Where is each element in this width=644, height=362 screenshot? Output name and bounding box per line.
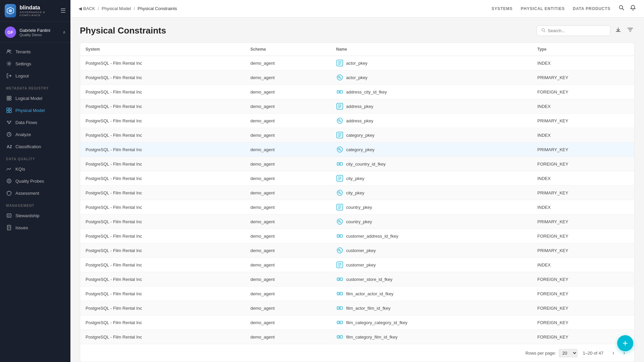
search-input[interactable]	[548, 28, 606, 33]
svg-rect-10	[9, 108, 11, 110]
table-row[interactable]: PostgreSQL - Film Rental Inc demo_agent …	[80, 200, 634, 215]
table-row[interactable]: PostgreSQL - Film Rental Inc demo_agent …	[80, 186, 634, 200]
logical-model-icon	[6, 95, 12, 101]
table-row[interactable]: PostgreSQL - Film Rental Inc demo_agent …	[80, 99, 634, 114]
back-button[interactable]: ◀ BACK	[78, 6, 95, 11]
cell-schema: demo_agent	[245, 287, 331, 301]
cell-type: FOREIGN_KEY	[532, 272, 634, 287]
rows-per-page-select[interactable]: 20 50 100	[559, 349, 578, 357]
sidebar-item-assessment[interactable]: Assessment	[0, 187, 70, 199]
table-row[interactable]: PostgreSQL - Film Rental Inc demo_agent …	[80, 258, 634, 272]
table-row[interactable]: PostgreSQL - Film Rental Inc demo_agent …	[80, 301, 634, 315]
add-fab-button[interactable]: +	[617, 335, 633, 351]
cell-schema: demo_agent	[245, 70, 331, 85]
cell-name: city_country_id_fkey	[331, 157, 532, 171]
table-row[interactable]: PostgreSQL - Film Rental Inc demo_agent …	[80, 229, 634, 243]
cell-system: PostgreSQL - Film Rental Inc	[80, 114, 245, 128]
table-row[interactable]: PostgreSQL - Film Rental Inc demo_agent …	[80, 128, 634, 142]
sidebar-item-logical-model[interactable]: Logical Model	[0, 92, 70, 104]
logo-icon	[5, 4, 16, 17]
data-flows-icon	[6, 119, 12, 125]
cell-type: FOREIGN_KEY	[532, 85, 634, 99]
table-row[interactable]: PostgreSQL - Film Rental Inc demo_agent …	[80, 142, 634, 157]
sidebar-item-tenants[interactable]: Tenants	[0, 46, 70, 58]
filter-icon[interactable]	[626, 25, 635, 36]
settings-icon	[6, 61, 12, 67]
sidebar-item-issues[interactable]: Issues	[0, 222, 70, 234]
cell-schema: demo_agent	[245, 315, 331, 330]
cell-schema: demo_agent	[245, 301, 331, 315]
cell-schema: demo_agent	[245, 272, 331, 287]
chevron-down-icon[interactable]: ∧	[63, 30, 66, 35]
download-icon[interactable]	[614, 25, 623, 36]
table-row[interactable]: PostgreSQL - Film Rental Inc demo_agent …	[80, 315, 634, 330]
breadcrumb-separator: /	[98, 6, 99, 11]
cell-schema: demo_agent	[245, 186, 331, 200]
table-row[interactable]: PostgreSQL - Film Rental Inc demo_agent …	[80, 243, 634, 258]
back-arrow-icon: ◀	[78, 6, 82, 11]
hamburger-button[interactable]: ☰	[60, 7, 66, 14]
svg-rect-9	[7, 108, 9, 110]
breadcrumb-parent[interactable]: Physical Model	[102, 6, 131, 11]
cell-schema: demo_agent	[245, 85, 331, 99]
logo-text: blindata GOVERNANCE & COMPLIANCE	[19, 5, 60, 17]
table-row[interactable]: PostgreSQL - Film Rental Inc demo_agent …	[80, 171, 634, 186]
cell-schema: demo_agent	[245, 56, 331, 70]
topnav-systems[interactable]: SYSTEMS	[491, 6, 513, 11]
cell-name: category_pkey	[331, 128, 532, 142]
avatar: GF	[5, 26, 16, 38]
cell-system: PostgreSQL - Film Rental Inc	[80, 272, 245, 287]
table-container: System Schema Name Type PostgreSQL - Fil…	[80, 43, 635, 362]
sidebar-item-data-flows[interactable]: Data Flows	[0, 116, 70, 128]
table-row[interactable]: PostgreSQL - Film Rental Inc demo_agent …	[80, 330, 634, 344]
cell-name: film_category_category_id_fkey	[331, 315, 532, 330]
table-row[interactable]: PostgreSQL - Film Rental Inc demo_agent …	[80, 85, 634, 99]
pk-icon	[336, 146, 343, 153]
index-icon	[336, 131, 343, 139]
breadcrumb-separator2: /	[133, 6, 135, 11]
table-row[interactable]: PostgreSQL - Film Rental Inc demo_agent …	[80, 114, 634, 128]
table-row[interactable]: PostgreSQL - Film Rental Inc demo_agent …	[80, 56, 634, 70]
table-row[interactable]: PostgreSQL - Film Rental Inc demo_agent …	[80, 287, 634, 301]
cell-type: INDEX	[532, 171, 634, 186]
cell-name: country_pkey	[331, 215, 532, 229]
management-label: MANAGEMENT	[0, 199, 70, 209]
logo-area: blindata GOVERNANCE & COMPLIANCE	[5, 4, 60, 17]
sidebar-item-analyze[interactable]: Analyze	[0, 128, 70, 140]
user-section: GF Gabriele Fantini Quality Demo ∧	[0, 22, 70, 43]
sidebar-item-kqis[interactable]: KQIs	[0, 163, 70, 175]
cell-name: customer_store_id_fkey	[331, 272, 532, 287]
sidebar-item-stewardship[interactable]: Stewardship	[0, 209, 70, 222]
cell-system: PostgreSQL - Film Rental Inc	[80, 315, 245, 330]
sidebar-item-quality-probes[interactable]: Quality Probes	[0, 175, 70, 187]
pk-icon	[336, 247, 343, 254]
data-quality-label: DATA QUALITY	[0, 153, 70, 163]
search-icon[interactable]	[619, 5, 625, 12]
table-row[interactable]: PostgreSQL - Film Rental Inc demo_agent …	[80, 272, 634, 287]
cell-system: PostgreSQL - Film Rental Inc	[80, 99, 245, 114]
page-title: Physical Constraints	[80, 25, 166, 36]
prev-page-button[interactable]: ‹	[609, 348, 618, 358]
sidebar-item-settings[interactable]: Settings	[0, 58, 70, 70]
svg-point-2	[8, 50, 9, 52]
sidebar-menu: Tenants Settings Logout METADATA REGISTR…	[0, 43, 70, 236]
table-row[interactable]: PostgreSQL - Film Rental Inc demo_agent …	[80, 215, 634, 229]
svg-rect-64	[340, 278, 342, 281]
notification-icon[interactable]	[630, 5, 636, 12]
user-details: Gabriele Fantini Quality Demo	[19, 28, 50, 37]
kqis-icon	[6, 166, 12, 172]
sidebar-item-logout[interactable]: Logout	[0, 70, 70, 82]
sidebar-item-classification[interactable]: AZ Classification	[0, 140, 70, 153]
svg-rect-72	[340, 336, 342, 338]
sidebar-item-physical-model[interactable]: Physical Model	[0, 104, 70, 116]
cell-name: customer_pkey	[331, 258, 532, 272]
topnav-physical-entities[interactable]: PHYSICAL ENTITIES	[521, 6, 565, 11]
table-row[interactable]: PostgreSQL - Film Rental Inc demo_agent …	[80, 157, 634, 171]
topnav-data-products[interactable]: DATA PRODUCTS	[573, 6, 610, 11]
metadata-registry-label: METADATA REGISTRY	[0, 82, 70, 92]
cell-name: customer_pkey	[331, 243, 532, 258]
sidebar-stewardship-label: Stewardship	[15, 213, 40, 218]
cell-type: FOREIGN_KEY	[532, 157, 634, 171]
cell-system: PostgreSQL - Film Rental Inc	[80, 157, 245, 171]
table-row[interactable]: PostgreSQL - Film Rental Inc demo_agent …	[80, 70, 634, 85]
